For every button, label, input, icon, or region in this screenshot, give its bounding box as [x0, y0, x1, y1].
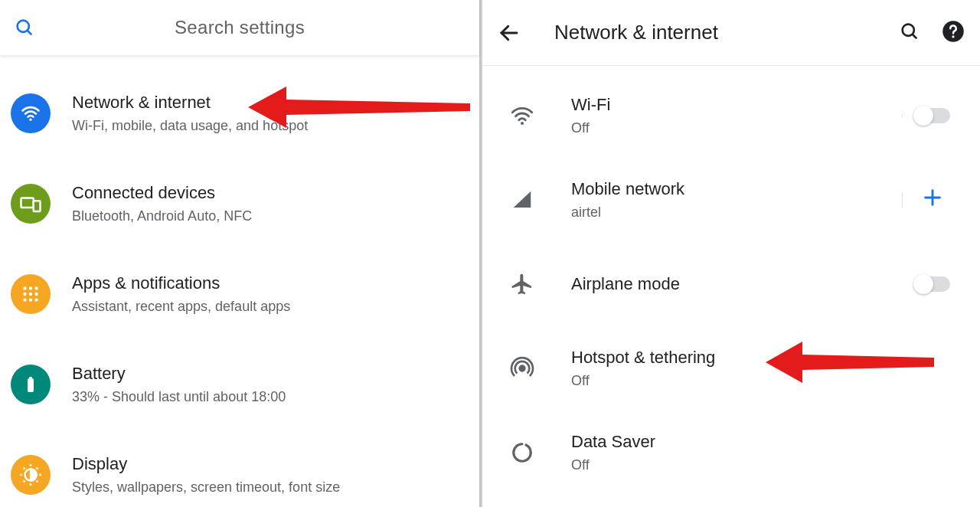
- svg-point-13: [34, 298, 38, 301]
- svg-point-11: [23, 298, 26, 301]
- setting-title: Battery: [72, 363, 286, 385]
- svg-point-12: [29, 298, 32, 301]
- row-subtitle: Off: [571, 372, 902, 390]
- svg-marker-32: [514, 191, 531, 208]
- svg-point-5: [23, 286, 26, 289]
- row-subtitle: Off: [571, 119, 902, 137]
- setting-title: Connected devices: [72, 182, 252, 204]
- network-item-mobile[interactable]: Mobile network airtel: [482, 158, 980, 242]
- setting-subtitle: Bluetooth, Android Auto, NFC: [72, 208, 252, 225]
- setting-title: Network & internet: [72, 92, 308, 114]
- search-bar[interactable]: Search settings: [0, 0, 479, 55]
- svg-line-21: [24, 468, 25, 469]
- svg-point-35: [520, 366, 525, 371]
- app-bar: Network & internet: [482, 0, 980, 66]
- signal-icon: [499, 188, 545, 211]
- setting-item-battery[interactable]: Battery 33% - Should last until about 18…: [0, 349, 479, 420]
- display-icon: [11, 455, 51, 495]
- svg-rect-3: [21, 198, 34, 208]
- wifi-icon: [11, 93, 51, 133]
- setting-item-connected-devices[interactable]: Connected devices Bluetooth, Android Aut…: [0, 168, 479, 239]
- svg-point-31: [521, 122, 524, 125]
- svg-point-30: [952, 35, 954, 38]
- row-title: Hotspot & tethering: [571, 347, 902, 369]
- network-item-datasaver[interactable]: Data Saver Off: [482, 411, 980, 495]
- row-subtitle: Off: [571, 456, 902, 474]
- svg-rect-4: [34, 201, 41, 211]
- setting-item-apps[interactable]: Apps & notifications Assistant, recent a…: [0, 259, 479, 329]
- settings-list: Network & internet Wi-Fi, mobile, data u…: [0, 55, 479, 507]
- setting-title: Display: [72, 453, 340, 476]
- network-item-airplane[interactable]: Airplane mode: [482, 242, 980, 326]
- setting-subtitle: 33% - Should last until about 18:00: [72, 388, 286, 406]
- row-title: Wi-Fi: [571, 94, 902, 116]
- search-icon: [14, 17, 51, 38]
- svg-rect-14: [28, 378, 34, 392]
- setting-item-network[interactable]: Network & internet Wi-Fi, mobile, data u…: [0, 78, 479, 149]
- page-title: Network & internet: [554, 21, 899, 44]
- network-list: Wi-Fi Off Mobile network airtel: [482, 66, 980, 502]
- svg-point-9: [29, 293, 32, 296]
- network-internet-panel: Network & internet: [481, 0, 980, 507]
- svg-point-7: [34, 286, 38, 289]
- svg-point-8: [23, 293, 26, 296]
- svg-point-10: [34, 293, 38, 296]
- svg-line-1: [28, 31, 32, 35]
- devices-icon: [11, 184, 51, 224]
- airplane-icon: [499, 272, 545, 296]
- setting-subtitle: Wi-Fi, mobile, data usage, and hotspot: [72, 117, 308, 135]
- setting-subtitle: Styles, wallpapers, screen timeout, font…: [72, 479, 340, 496]
- settings-main-panel: Search settings Network & internet Wi-Fi…: [0, 0, 481, 507]
- apps-icon: [11, 274, 51, 314]
- svg-line-23: [24, 480, 25, 482]
- setting-item-display[interactable]: Display Styles, wallpapers, screen timeo…: [0, 440, 479, 507]
- row-title: Airplane mode: [571, 273, 902, 296]
- svg-line-28: [913, 34, 917, 38]
- hotspot-icon: [499, 356, 545, 381]
- svg-point-2: [29, 119, 31, 121]
- network-item-wifi[interactable]: Wi-Fi Off: [482, 74, 980, 158]
- row-subtitle: airtel: [571, 204, 902, 221]
- back-button[interactable]: [498, 21, 534, 44]
- svg-line-22: [37, 480, 38, 482]
- search-icon[interactable]: [899, 21, 920, 45]
- network-item-hotspot[interactable]: Hotspot & tethering Off: [482, 326, 980, 411]
- setting-subtitle: Assistant, recent apps, default apps: [72, 298, 290, 316]
- svg-point-6: [29, 286, 32, 289]
- search-placeholder: Search settings: [51, 17, 466, 38]
- svg-line-24: [37, 468, 38, 469]
- datasaver-icon: [499, 441, 545, 464]
- wifi-toggle[interactable]: [915, 108, 950, 123]
- wifi-icon: [499, 103, 545, 129]
- svg-point-27: [903, 24, 914, 35]
- setting-title: Apps & notifications: [72, 273, 290, 295]
- svg-rect-15: [29, 377, 32, 379]
- help-icon[interactable]: [942, 20, 965, 46]
- svg-point-0: [18, 21, 29, 32]
- airplane-toggle[interactable]: [915, 276, 950, 292]
- row-title: Mobile network: [571, 178, 902, 201]
- row-title: Data Saver: [571, 431, 902, 453]
- add-network-button[interactable]: [922, 186, 943, 214]
- battery-icon: [11, 365, 51, 404]
